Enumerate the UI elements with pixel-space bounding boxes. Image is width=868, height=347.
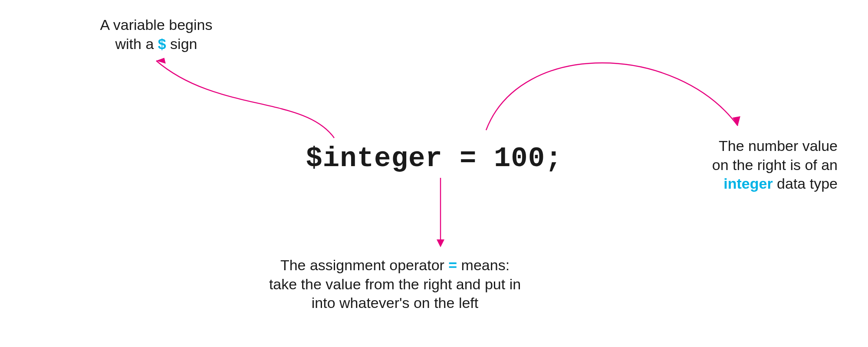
annotation-variable: A variable begins with a $ sign [82,16,230,53]
integer-accent: integer [723,175,773,192]
annotation-variable-line1: A variable begins [100,16,213,33]
annotation-assignment: The assignment operator = means: take th… [243,256,547,313]
annotation-datatype-line1: The number value [719,137,838,154]
arrow-datatype [486,63,743,130]
annotation-assignment-line1-suffix: means: [457,257,510,273]
annotation-assignment-line3: into whatever's on the left [312,295,479,311]
annotation-assignment-line1-prefix: The assignment operator [280,257,448,273]
annotation-variable-line2-prefix: with a [115,36,158,52]
arrow-assignment [437,178,444,247]
equals-accent: = [448,257,457,273]
dollar-sign-accent: $ [158,36,166,52]
svg-marker-0 [156,55,168,67]
svg-marker-3 [730,113,743,126]
annotation-datatype: The number value on the right is of an i… [664,137,838,193]
annotation-assignment-line2: take the value from the right and put in [269,276,521,292]
arrow-variable [156,55,334,138]
svg-marker-2 [437,239,444,247]
annotation-datatype-line2: on the right is of an [712,157,838,173]
diagram-stage: $integer = 100; A variable begins with a… [0,0,868,347]
annotation-variable-line2-suffix: sign [166,36,197,52]
annotation-datatype-line3-suffix: data type [773,175,838,192]
code-statement: $integer = 100; [306,143,562,174]
